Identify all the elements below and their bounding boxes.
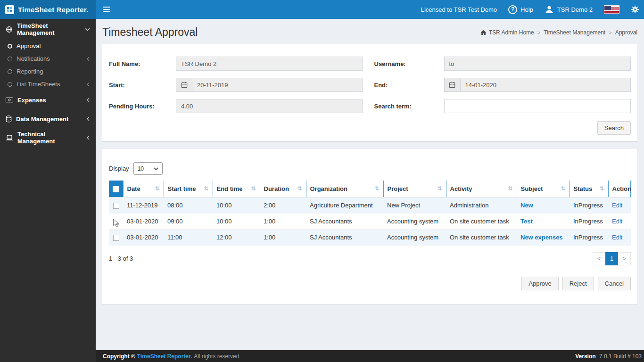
select-all-header[interactable]: [109, 181, 123, 197]
table-row: 03-01-2020 11:00 12:00 1:00 SJ Accountan…: [109, 229, 631, 245]
calendar-icon[interactable]: [176, 78, 192, 92]
edit-link[interactable]: Edit: [612, 218, 622, 225]
username-field[interactable]: [444, 57, 631, 71]
col-header-start-time[interactable]: Start time⇅: [164, 181, 213, 197]
end-date-group: [444, 78, 631, 92]
cell-start-time: 08:00: [164, 197, 213, 213]
sort-icon: ⇅: [204, 185, 208, 192]
col-header-end-time[interactable]: End time⇅: [213, 181, 260, 197]
row-checkbox[interactable]: [113, 219, 119, 225]
row-checkbox[interactable]: [113, 235, 119, 241]
chevron-left-icon: [86, 135, 90, 140]
calendar-icon[interactable]: [444, 78, 460, 92]
page-size-select[interactable]: 10: [133, 162, 163, 175]
col-header-status[interactable]: Status⇅: [570, 181, 608, 197]
col-header-activity[interactable]: Activity⇅: [446, 181, 517, 197]
cell-project: New Project: [383, 197, 446, 213]
money-icon: [6, 97, 13, 103]
sidebar-item-reporting[interactable]: Reporting: [0, 65, 96, 78]
cell-status: InProgress: [570, 197, 608, 213]
row-checkbox[interactable]: [113, 203, 119, 209]
sidebar-group-timesheet-management[interactable]: TimeSheet Management: [0, 19, 96, 40]
cell-activity: Administration: [446, 197, 517, 213]
circle-icon: [8, 69, 12, 74]
edit-link[interactable]: Edit: [612, 234, 622, 241]
reject-button[interactable]: Reject: [562, 277, 594, 290]
col-header-date[interactable]: Date⇅: [123, 181, 164, 197]
sidebar-group-expenses[interactable]: Expenses: [0, 90, 96, 109]
breadcrumb-separator: >: [609, 30, 611, 35]
results-summary: 1 - 3 of 3: [109, 255, 133, 262]
sidebar-group-data-management[interactable]: Data Management: [0, 109, 96, 128]
approve-button[interactable]: Approve: [521, 277, 558, 290]
search-term-field[interactable]: [444, 99, 631, 113]
table-row: 03-01-2020 09:00 10:00 1:00 SJ Accountan…: [109, 213, 631, 229]
cell-duration: 2:00: [260, 197, 306, 213]
topbar: TimeSheet Reporter. Licensed to TSR Test…: [0, 0, 644, 19]
item-label: Approval: [17, 42, 41, 49]
sidebar-item-list-timesheets[interactable]: List TimeSheets: [0, 78, 96, 90]
help-label: Help: [520, 6, 533, 13]
pending-hours-field[interactable]: [176, 99, 363, 113]
sort-icon: ⇅: [437, 185, 442, 192]
group-label: TimeSheet Management: [17, 22, 81, 36]
end-date-field[interactable]: [460, 78, 631, 92]
user-icon: [545, 5, 554, 14]
end-date-label: End:: [374, 82, 444, 89]
cancel-button[interactable]: Cancel: [598, 277, 631, 290]
page-1-button[interactable]: 1: [605, 252, 618, 265]
pagination: < 1 >: [593, 252, 631, 265]
cell-project: Accounting system: [383, 213, 446, 229]
full-name-field[interactable]: [176, 57, 363, 71]
breadcrumb: TSR Admin Home > TimeSheet Management > …: [480, 29, 637, 36]
globe-icon: [6, 26, 13, 33]
language-flag-icon[interactable]: [604, 5, 619, 14]
subject-link[interactable]: New expenses: [520, 234, 563, 241]
version-label: Version: [575, 353, 595, 360]
search-button[interactable]: Search: [597, 121, 631, 135]
pending-hours-label: Pending Hours:: [109, 103, 176, 110]
cell-activity: On site customer task: [446, 213, 517, 229]
start-date-label: Start:: [109, 82, 176, 89]
subject-link[interactable]: Test: [520, 218, 533, 225]
breadcrumb-timesheet-management-link[interactable]: TimeSheet Management: [544, 29, 605, 36]
settings-gear-icon[interactable]: [631, 5, 639, 14]
main-content: Timesheet Approval TSR Admin Home > Time…: [96, 19, 644, 350]
cell-date: 03-01-2020: [123, 229, 164, 245]
copyright-text: Copyright ©: [103, 353, 135, 360]
subject-link[interactable]: New: [520, 202, 533, 209]
username-label: Username:: [374, 60, 444, 67]
user-menu[interactable]: TSR Demo 2: [545, 5, 593, 14]
col-header-subject[interactable]: Subject⇅: [517, 181, 570, 197]
footer: Copyright © TimeSheet Reporter. All righ…: [96, 350, 644, 362]
breadcrumb-separator: >: [537, 30, 540, 35]
col-header-project[interactable]: Project⇅: [383, 181, 446, 197]
edit-link[interactable]: Edit: [612, 202, 622, 209]
sidebar-item-notifications[interactable]: Notifications: [0, 52, 96, 65]
next-page-button[interactable]: >: [618, 252, 631, 265]
approval-results-card: Display 10 Date⇅ Start time⇅ End time⇅: [102, 149, 637, 304]
footer-brand-link[interactable]: TimeSheet Reporter.: [137, 353, 192, 360]
timesheet-table: Date⇅ Start time⇅ End time⇅ Duration⇅ Or…: [109, 181, 631, 246]
breadcrumb-home-link[interactable]: TSR Admin Home: [480, 29, 534, 36]
help-menu[interactable]: ? Help: [508, 5, 533, 14]
col-header-duration[interactable]: Duration⇅: [260, 181, 306, 197]
col-header-organization[interactable]: Organization⇅: [306, 181, 383, 197]
help-icon: ?: [508, 5, 517, 14]
circle-icon: [8, 57, 12, 61]
cell-status: InProgress: [570, 213, 608, 229]
start-date-group: [176, 78, 363, 92]
app-logo[interactable]: TimeSheet Reporter.: [0, 0, 96, 19]
cell-organization: SJ Accountants: [306, 213, 383, 229]
start-date-field[interactable]: [192, 78, 363, 92]
select-all-checkbox[interactable]: [113, 186, 119, 192]
sort-icon: ⇅: [155, 185, 159, 192]
sidebar-item-approval[interactable]: Approval: [0, 40, 96, 52]
sidebar-toggle-button[interactable]: [96, 0, 117, 19]
sort-icon: ⇅: [251, 185, 256, 192]
sort-icon: ⇅: [508, 185, 512, 192]
prev-page-button[interactable]: <: [593, 252, 605, 265]
sidebar-group-technical-management[interactable]: Technical Management: [0, 128, 96, 147]
chevron-down-icon: [85, 27, 90, 32]
full-name-label: Full Name:: [109, 60, 176, 67]
